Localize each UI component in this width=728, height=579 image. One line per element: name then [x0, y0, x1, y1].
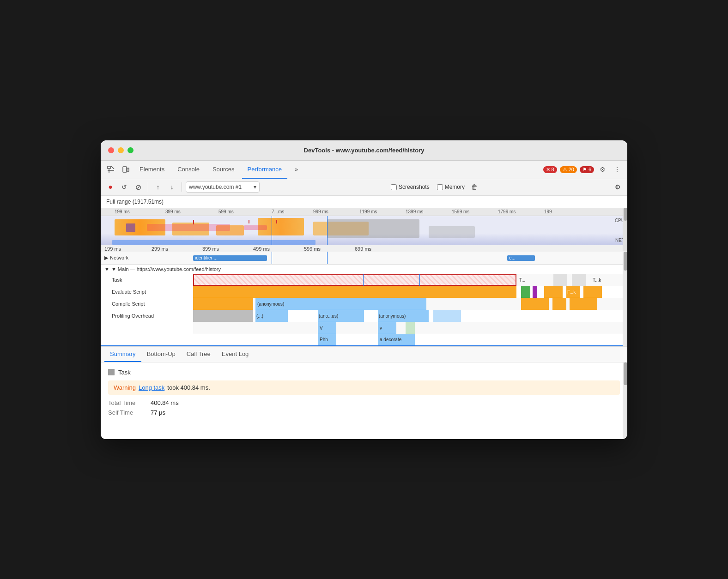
- phb-bar: Phb: [318, 334, 336, 345]
- device-toggle-btn[interactable]: [119, 163, 132, 176]
- url-selector[interactable]: www.youtube.com #1 ▾: [186, 181, 260, 193]
- compile-bar-left: [193, 298, 253, 310]
- phb-bar-area: Phb a.decorate: [193, 334, 627, 345]
- timeline-scrollbar[interactable]: [623, 208, 627, 251]
- reload-record-btn[interactable]: ↺: [118, 181, 130, 193]
- tab-bottom-up[interactable]: Bottom-Up: [141, 347, 181, 362]
- task-icon-rect: [108, 369, 115, 375]
- flame-row-profiling[interactable]: Profiling Overhead (...) (ano...us) (ano…: [101, 310, 627, 322]
- bot-tick-299: 299 ms: [152, 246, 168, 252]
- gray-bar-2: [429, 226, 475, 238]
- window-controls: [108, 147, 133, 153]
- memory-icon-btn[interactable]: 🗑: [468, 181, 480, 193]
- eval-extra: F...k: [566, 286, 580, 298]
- tab-summary[interactable]: Summary: [104, 347, 141, 362]
- timeline-overview[interactable]: 199 ms 399 ms 599 ms 7...ms 999 ms 1199 …: [101, 208, 627, 252]
- performance-toolbar: ● ↺ ⊘ ↑ ↓ www.youtube.com #1 ▾ Screensho…: [101, 179, 627, 196]
- task-main-bar: [193, 274, 516, 286]
- info-rows: Total Time 400.84 ms Self Time 77 μs: [108, 399, 620, 416]
- evaluate-label: Evaluate Script: [101, 286, 193, 298]
- flame-scrollbar[interactable]: [623, 252, 627, 346]
- flame-row-compile[interactable]: Compile Script (anonymous): [101, 298, 627, 310]
- total-time-row: Total Time 400.84 ms: [108, 399, 620, 406]
- content-area: Full range (1917.51ms) 199 ms 399 ms 599…: [101, 196, 627, 439]
- network-row-label: ▶ Network: [104, 255, 146, 261]
- main-expand-icon[interactable]: ▼: [104, 266, 109, 272]
- flame-row-v[interactable]: V v: [101, 322, 627, 334]
- timeline-ruler-top: 199 ms 399 ms 599 ms 7...ms 999 ms 1199 …: [101, 208, 627, 216]
- tab-event-log[interactable]: Event Log: [216, 347, 255, 362]
- bottom-tabs: Summary Bottom-Up Call Tree Event Log: [101, 347, 627, 362]
- v-bar: V: [318, 322, 336, 334]
- clear-btn[interactable]: ⊘: [132, 181, 144, 193]
- main-section-header: ▼ ▼ Main — https://www.youtube.com/feed/…: [101, 265, 627, 274]
- network-row[interactable]: ▶ Network identifier ... e...: [101, 252, 627, 265]
- tab-call-tree[interactable]: Call Tree: [181, 347, 216, 362]
- red-tick-1: [193, 220, 194, 224]
- flame-scrollbar-thumb[interactable]: [624, 252, 627, 271]
- screenshots-checkbox[interactable]: [391, 184, 397, 190]
- flame-row-evaluate[interactable]: Evaluate Script F...k: [101, 286, 627, 298]
- long-task-link[interactable]: Long task: [139, 384, 164, 391]
- decorate-bar: a.decorate: [378, 334, 415, 345]
- tab-console[interactable]: Console: [172, 160, 205, 179]
- more-menu-btn[interactable]: ⋮: [611, 163, 624, 176]
- capture-settings-btn[interactable]: ⚙: [612, 181, 624, 193]
- timeline-chart[interactable]: CPU NET: [101, 216, 627, 245]
- flame-chart-container[interactable]: ▶ Network identifier ... e...: [101, 252, 627, 347]
- ruler-tick-1799: 1799 ms: [498, 209, 516, 214]
- devtools-container: Elements Console Sources Performance » ✕…: [101, 161, 627, 439]
- v-label: [101, 322, 193, 334]
- bot-tick-599: 599 ms: [304, 246, 321, 252]
- ruler-tick-1599: 1599 ms: [452, 209, 469, 214]
- task-title: Task: [118, 369, 131, 376]
- tab-performance[interactable]: Performance: [242, 160, 287, 179]
- minimize-button[interactable]: [118, 147, 124, 153]
- svg-rect-5: [127, 168, 129, 171]
- inspect-element-btn[interactable]: [104, 163, 117, 176]
- scrollbar-thumb[interactable]: [624, 208, 627, 221]
- summary-scrollbar-thumb[interactable]: [624, 362, 627, 386]
- ruler-tick-199b: 199: [544, 209, 552, 214]
- bot-tick-499: 499 ms: [253, 246, 270, 252]
- tab-sources[interactable]: Sources: [207, 160, 240, 179]
- anon-bar: (anonymous): [255, 298, 426, 310]
- summary-content: Task Warning Long task took 400.84 ms. T…: [101, 362, 627, 439]
- task-extra-2: T...k: [593, 274, 601, 286]
- upload-btn[interactable]: ↑: [152, 181, 164, 193]
- download-btn[interactable]: ↓: [166, 181, 178, 193]
- total-time-value: 400.84 ms: [151, 399, 179, 406]
- memory-checkbox-group: Memory: [437, 184, 465, 190]
- eval-yellow: [544, 286, 563, 298]
- summary-scrollbar[interactable]: [623, 362, 627, 439]
- close-button[interactable]: [108, 147, 114, 153]
- compile-bar-right: [521, 298, 549, 310]
- network-bar-2: e...: [507, 255, 535, 261]
- badge-group: ✕ 8 ⚠ 20 ⚑ 6: [543, 166, 595, 173]
- task-extra-1: T...: [519, 274, 525, 286]
- self-time-row: Self Time 77 μs: [108, 409, 620, 416]
- main-title: ▼ Main — https://www.youtube.com/feed/hi…: [111, 266, 221, 272]
- info-icon: ⚑: [582, 167, 587, 173]
- self-time-value: 77 μs: [151, 409, 165, 416]
- task-bar-area: T... T...k: [193, 274, 627, 286]
- memory-checkbox[interactable]: [437, 184, 443, 190]
- task-bar-right-1: [553, 274, 567, 286]
- record-btn[interactable]: ●: [104, 181, 116, 193]
- ruler-tick-999: 999 ms: [313, 209, 328, 214]
- settings-btn[interactable]: ⚙: [596, 163, 609, 176]
- bot-tick-199: 199 ms: [104, 246, 121, 252]
- network-expand-icon[interactable]: ▶: [104, 255, 108, 261]
- gray-bar-1: [327, 219, 419, 238]
- tab-more[interactable]: »: [289, 160, 303, 179]
- red-tick-3: [276, 220, 277, 223]
- maximize-button[interactable]: [127, 147, 133, 153]
- flame-row-phb[interactable]: Phb a.decorate: [101, 334, 627, 346]
- ruler-tick-399: 399 ms: [165, 209, 181, 214]
- warning-icon: ⚠: [563, 167, 567, 173]
- tab-elements[interactable]: Elements: [134, 160, 170, 179]
- flame-row-task[interactable]: Task T... T...k: [101, 274, 627, 286]
- window-title: DevTools - www.youtube.com/feed/history: [304, 147, 425, 154]
- memory-label: Memory: [445, 184, 465, 190]
- evaluate-bar: [193, 286, 516, 298]
